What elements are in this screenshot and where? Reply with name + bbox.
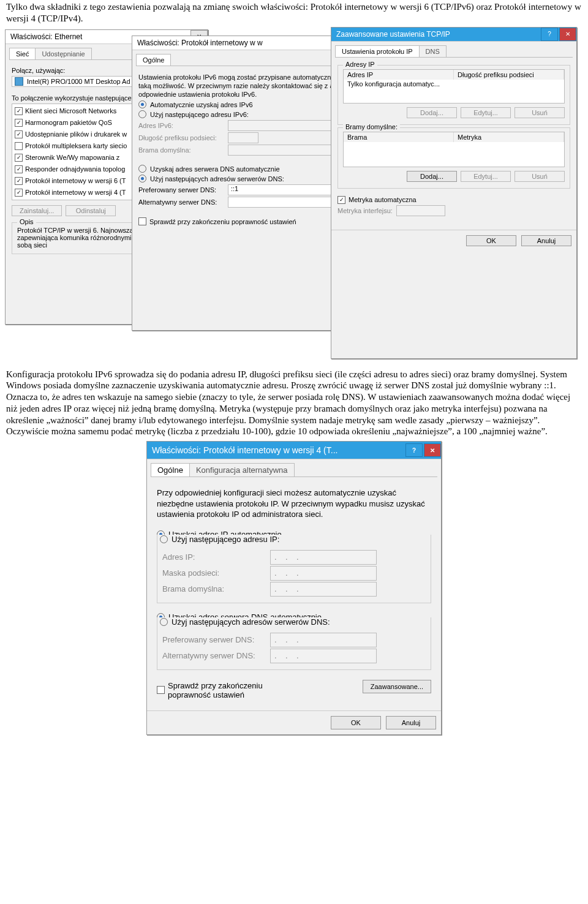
nic-icon — [15, 77, 23, 86]
ipv6-title: Właściwości: Protokół internetowy w w — [137, 39, 353, 47]
ipv4-desc: Przy odpowiedniej konfiguracji sieci moż… — [157, 488, 431, 520]
alt-dns-input[interactable] — [228, 197, 347, 208]
cancel-button[interactable]: Anuluj — [521, 235, 571, 246]
radio-dns-auto[interactable]: Uzyskaj adres serwera DNS automatycznie — [138, 165, 347, 173]
advanced-footer: OK Anuluj — [331, 230, 576, 251]
delete-button[interactable]: Usuń — [514, 107, 565, 118]
body-paragraph-2: Konfiguracja protokołu IPv6 sprowadza si… — [6, 369, 582, 438]
description-label: Opis — [17, 218, 36, 225]
tab-alt-config[interactable]: Konfiguracja alternatywna — [189, 463, 295, 476]
ip-addresses-group: Adresy IP Adres IPDługość prefiksu podsi… — [337, 65, 570, 125]
help-icon[interactable]: ? — [541, 28, 558, 41]
alt-dns-label: Alternatywny serwer DNS: — [162, 651, 266, 660]
ipv4-titlebar: Właściwości: Protokół internetowy w wers… — [147, 442, 441, 459]
screenshot-stack-1: Właściwości: Ethernet ✕ Sieć Udostępnian… — [0, 27, 588, 364]
advanced-dialog: Zaawansowane ustawienia TCP/IP ? ✕ Ustaw… — [331, 27, 577, 359]
ipv6-gw-label: Brama domyślna: — [138, 146, 224, 154]
th-gw: Brama — [344, 132, 454, 142]
tab-ogolne[interactable]: Ogólne — [136, 54, 171, 66]
adapter-name: Intel(R) PRO/1000 MT Desktop Ad — [27, 78, 130, 85]
pref-dns-input: . . . — [270, 633, 377, 647]
advanced-tabs: Ustawienia protokołu IP DNS — [335, 45, 573, 58]
static-dns-group: Użyj następujących adresów serwerów DNS:… — [157, 617, 431, 670]
cancel-button[interactable]: Anuluj — [386, 716, 436, 729]
radio-static-ipv6[interactable]: Użyj następującego adresu IPv6: — [138, 110, 347, 118]
gw-table[interactable]: BramaMetryka — [343, 132, 565, 167]
ipv6-tabs: Ogólne — [136, 54, 349, 66]
ok-button[interactable]: OK — [466, 235, 516, 246]
alt-dns-label: Alternatywny serwer DNS: — [138, 198, 224, 206]
radio-dns-static[interactable]: Użyj następujących adresów serwerów DNS: — [138, 175, 347, 183]
ipv4-dialog: Właściwości: Protokół internetowy w wers… — [146, 441, 442, 735]
gw-label: Brama domyślna: — [162, 584, 266, 593]
ip-addr-label: Adres IP: — [162, 552, 266, 562]
mask-input: . . . — [270, 566, 377, 581]
ipv4-body: Przy odpowiedniej konfiguracji sieci moż… — [147, 477, 441, 710]
ipv6-prefix-label: Długość prefiksu podsieci: — [138, 134, 224, 141]
install-button[interactable]: Zainstaluj... — [12, 205, 62, 216]
validate-check[interactable]: Sprawdź przy zakończeniu poprawność usta… — [157, 681, 359, 699]
th-metric: Metryka — [454, 132, 564, 142]
ipv6-addr-label: Adres IPv6: — [138, 122, 224, 129]
pref-dns-input[interactable]: ::1 — [228, 184, 347, 195]
gw-input: . . . — [270, 582, 377, 597]
gw-delete-button[interactable]: Usuń — [514, 171, 565, 182]
gw-group-title: Bramy domyślne: — [343, 123, 400, 130]
ipv4-title: Właściwości: Protokół internetowy w wers… — [152, 445, 404, 455]
ok-button[interactable]: OK — [331, 716, 381, 729]
tab-ogolne[interactable]: Ogólne — [151, 463, 190, 476]
if-metric-input — [396, 205, 445, 216]
intro-paragraph-1: Tylko dwa składniki z tego zestawienia p… — [6, 1, 582, 24]
tab-udostepnianie[interactable]: Udostępnianie — [35, 48, 91, 59]
advanced-titlebar: Zaawansowane ustawienia TCP/IP ? ✕ — [331, 28, 576, 42]
ipv6-gw-input — [228, 145, 347, 156]
ip-group-title: Adresy IP — [343, 61, 377, 68]
tab-siec[interactable]: Sieć — [9, 48, 36, 59]
radio-dns-static[interactable]: Użyj następujących adresów serwerów DNS: — [157, 617, 333, 627]
ipv6-titlebar: Właściwości: Protokół internetowy w w — [132, 36, 353, 50]
radio-ip-static[interactable]: Użyj następującego adresu IP: — [157, 535, 282, 544]
help-icon[interactable]: ? — [405, 443, 423, 457]
tab-dns[interactable]: DNS — [419, 45, 447, 57]
close-icon[interactable]: ✕ — [424, 443, 441, 457]
ipv6-body: Ustawienia protokołu IPv6 mogą zostać pr… — [132, 66, 353, 232]
mask-label: Maska podsieci: — [162, 568, 266, 578]
ipv6-dialog: Właściwości: Protokół internetowy w w Og… — [132, 36, 353, 331]
if-metric-label: Metryka interfejsu: — [337, 207, 393, 214]
pref-dns-label: Preferowany serwer DNS: — [138, 186, 224, 194]
advanced-button[interactable]: Zaawansowane... — [363, 680, 431, 693]
validate-check[interactable]: Sprawdź przy zakończeniu poprawność usta… — [138, 217, 347, 225]
auto-metric-check[interactable]: ✓Metryka automatyczna — [337, 196, 565, 204]
gw-edit-button[interactable]: Edytuj... — [461, 171, 511, 182]
table-row[interactable]: Tylko konfiguracja automatyc... — [344, 80, 564, 88]
ipv6-desc: Ustawienia protokołu IPv6 mogą zostać pr… — [138, 73, 347, 99]
ip-addr-input: . . . — [270, 550, 377, 565]
uninstall-button[interactable]: Odinstaluj — [66, 205, 116, 216]
pref-dns-label: Preferowany serwer DNS: — [162, 635, 266, 644]
metric-group: ✓Metryka automatyczna Metryka interfejsu… — [337, 191, 570, 222]
ipv6-addr-input — [228, 120, 347, 131]
close-icon[interactable]: ✕ — [559, 28, 576, 41]
edit-button[interactable]: Edytuj... — [461, 107, 511, 118]
advanced-body: Adresy IP Adres IPDługość prefiksu podsi… — [331, 58, 576, 230]
ipv4-tabs: Ogólne Konfiguracja alternatywna — [151, 463, 437, 477]
radio-auto-ipv6[interactable]: Automatycznie uzyskaj adres IPv6 — [138, 100, 347, 108]
gateways-group: Bramy domyślne: BramaMetryka Dodaj... Ed… — [337, 127, 570, 189]
ip-table[interactable]: Adres IPDługość prefiksu podsieci Tylko … — [343, 69, 565, 104]
tab-ip-settings[interactable]: Ustawienia protokołu IP — [335, 45, 420, 57]
static-ip-group: Użyj następującego adresu IP: Adres IP:.… — [157, 535, 431, 603]
ipv6-prefix-input — [228, 132, 258, 143]
add-button[interactable]: Dodaj... — [407, 107, 457, 118]
alt-dns-input: . . . — [270, 649, 377, 663]
th-prefix: Długość prefiksu podsieci — [454, 70, 564, 80]
gw-add-button[interactable]: Dodaj... — [407, 171, 457, 182]
advanced-title: Zaawansowane ustawienia TCP/IP — [336, 30, 540, 39]
th-ip: Adres IP — [344, 70, 454, 80]
ipv4-footer: OK Anuluj — [147, 710, 441, 734]
